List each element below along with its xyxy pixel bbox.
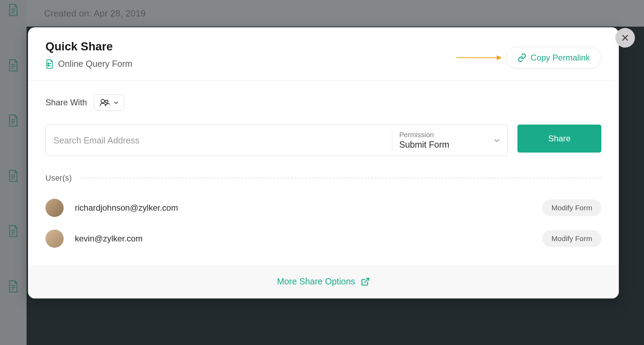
svg-point-22	[101, 99, 105, 103]
share-with-row: Share With	[45, 94, 601, 111]
form-name-row: Online Query Form	[45, 59, 133, 69]
more-options-label: More Share Options	[277, 276, 355, 287]
form-icon	[45, 59, 54, 69]
email-search-input[interactable]	[46, 125, 392, 156]
user-row: kevin@zylker.com Modify Form	[45, 223, 601, 254]
users-section-header: User(s)	[45, 174, 601, 183]
user-permission-badge[interactable]: Modify Form	[542, 199, 601, 216]
share-button[interactable]: Share	[517, 125, 601, 153]
users-heading: User(s)	[45, 174, 72, 183]
svg-rect-20	[48, 65, 49, 66]
user-email: kevin@zylker.com	[75, 234, 542, 244]
annotation-arrow	[456, 54, 502, 61]
svg-point-23	[105, 100, 108, 103]
permission-dropdown[interactable]: Permission Submit Form	[392, 130, 507, 151]
more-share-options-link[interactable]: More Share Options	[277, 276, 370, 287]
avatar	[45, 199, 64, 217]
user-row: richardjohnson@zylker.com Modify Form	[45, 192, 601, 223]
modal-footer: More Share Options	[28, 265, 619, 298]
svg-line-24	[365, 278, 369, 282]
link-icon	[517, 53, 527, 62]
user-email: richardjohnson@zylker.com	[75, 203, 542, 213]
permission-value: Submit Form	[399, 140, 490, 150]
chevron-down-icon	[493, 137, 500, 144]
user-permission-badge[interactable]: Modify Form	[542, 230, 601, 247]
search-and-permission-container: Permission Submit Form	[45, 125, 508, 156]
chevron-down-icon	[113, 100, 119, 105]
modal-body: Share With Permission Submit Form	[28, 80, 619, 265]
modal-title: Quick Share	[45, 40, 133, 53]
close-button[interactable]	[615, 28, 635, 48]
form-name: Online Query Form	[58, 59, 133, 69]
modal-header: Quick Share Online Query Form Copy Perma…	[28, 27, 619, 80]
share-type-dropdown[interactable]	[94, 94, 124, 111]
divider	[80, 178, 601, 178]
external-link-icon	[361, 277, 370, 286]
quick-share-modal: Quick Share Online Query Form Copy Perma…	[28, 27, 619, 298]
users-icon	[99, 98, 110, 107]
avatar	[45, 230, 64, 248]
copy-permalink-label: Copy Permalink	[531, 53, 590, 63]
permission-label: Permission	[399, 131, 490, 139]
copy-permalink-button[interactable]: Copy Permalink	[506, 47, 601, 69]
svg-rect-18	[48, 63, 49, 64]
share-input-row: Permission Submit Form Share	[45, 125, 601, 156]
share-with-label: Share With	[45, 98, 87, 107]
